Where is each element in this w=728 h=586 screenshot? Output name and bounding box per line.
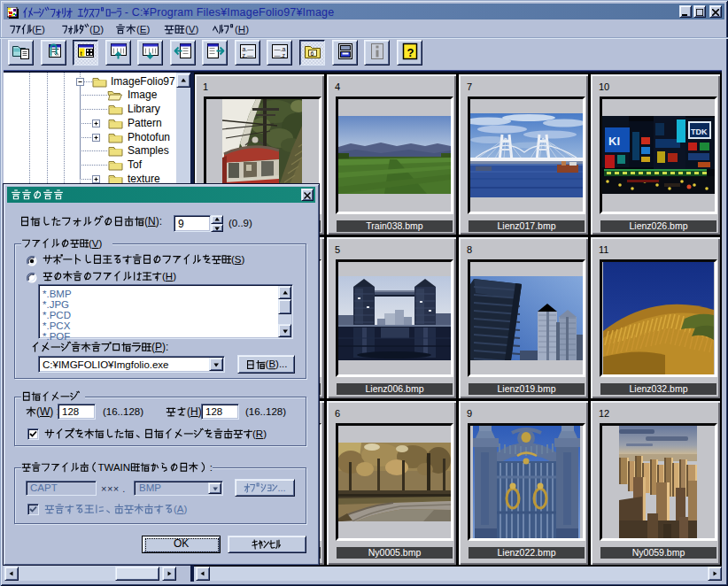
svg-text:a.—: a.—: [242, 45, 253, 51]
svg-text:KI: KI: [608, 135, 620, 148]
svg-text:TDK: TDK: [691, 127, 708, 136]
svg-text:6: 6: [310, 50, 314, 57]
svg-text:?: ?: [407, 45, 414, 58]
svg-text:z.—: z.—: [242, 51, 252, 58]
svg-text:—.z: —.z: [274, 51, 285, 58]
svg-text:—.a: —.a: [274, 45, 285, 51]
